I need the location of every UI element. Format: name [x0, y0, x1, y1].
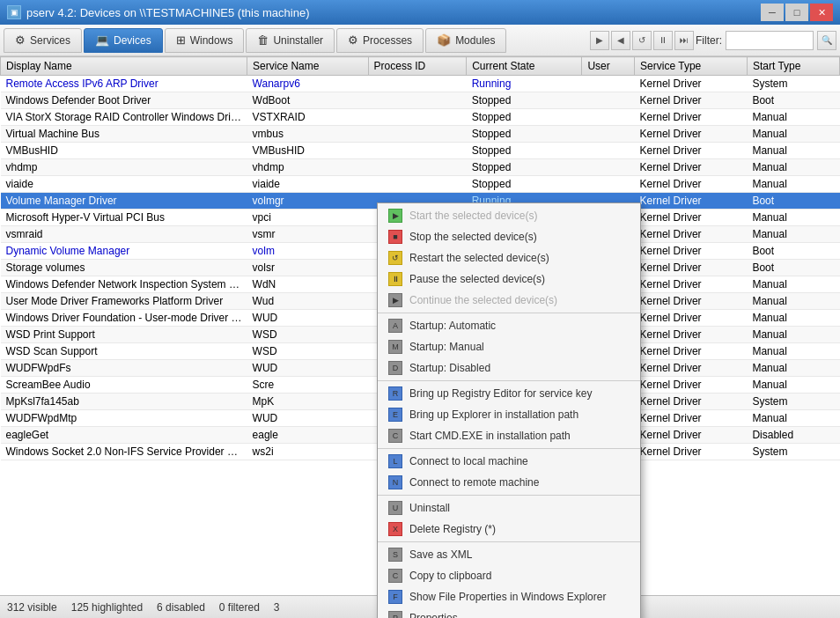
minimize-button[interactable]: ─ — [761, 4, 784, 21]
status-extra: 3 — [274, 601, 280, 614]
context-menu-label-registry: Bring up Registry Editor for service key — [409, 387, 592, 400]
context-menu-icon-local: L — [388, 454, 402, 468]
table-row[interactable]: Windows Defender Boot DriverWdBootStoppe… — [1, 92, 840, 109]
col-service-name[interactable]: Service Name — [247, 57, 369, 76]
col-service-type[interactable]: Service Type — [635, 57, 748, 76]
context-menu-icon-startup_manual: M — [388, 340, 402, 354]
table-row[interactable]: vhdmpvhdmpStoppedKernel DriverManual — [1, 159, 840, 176]
app-icon: ▣ — [7, 5, 21, 19]
context-menu-icon-pause: ⏸ — [388, 272, 402, 286]
context-menu-item-clipboard[interactable]: CCopy to clipboard — [378, 565, 640, 586]
filter-input[interactable] — [726, 31, 814, 50]
col-display-name[interactable]: Display Name — [1, 57, 247, 76]
context-menu-label-uninstall: Uninstall — [409, 502, 450, 514]
context-menu-label-remote: Connect to remote machine — [409, 476, 539, 489]
context-menu-label-local: Connect to local machine — [409, 455, 528, 467]
context-menu-item-continue: ▶Continue the selected device(s) — [378, 290, 640, 311]
context-menu-icon-uninstall: U — [388, 501, 402, 515]
context-menu-label-stop: Stop the selected device(s) — [409, 231, 537, 243]
table-row[interactable]: viaideviaideStoppedKernel DriverManual — [1, 176, 840, 193]
context-menu-icon-explorer: E — [388, 408, 402, 422]
status-highlighted: 125 highlighted — [71, 601, 143, 614]
context-menu-separator — [378, 313, 640, 313]
table-header-row: Display Name Service Name Process ID Cur… — [1, 57, 840, 76]
context-menu-label-delete_reg: Delete Registry (*) — [409, 523, 496, 535]
context-menu-item-local[interactable]: LConnect to local machine — [378, 451, 640, 472]
context-menu-item-start: ▶Start the selected device(s) — [378, 205, 640, 226]
context-menu-icon-restart: ↺ — [388, 251, 402, 265]
table-row[interactable]: VMBusHIDVMBusHIDStoppedKernel DriverManu… — [1, 143, 840, 159]
context-menu-label-cmd: Start CMD.EXE in installation path — [409, 430, 571, 442]
toolbar: ⚙ Services 💻 Devices ⊞ Windows 🗑 Uninsta… — [0, 25, 840, 56]
context-menu-label-startup_manual: Startup: Manual — [409, 341, 484, 353]
tab-uninstaller[interactable]: 🗑 Uninstaller — [246, 28, 335, 53]
play-button[interactable]: ▶ — [590, 31, 609, 50]
col-process-id[interactable]: Process ID — [368, 57, 467, 76]
tab-windows[interactable]: ⊞ Windows — [165, 28, 245, 53]
skip-button[interactable]: ⏭ — [674, 31, 694, 50]
context-menu-item-restart[interactable]: ↺Restart the selected device(s) — [378, 247, 640, 269]
context-menu-icon-start: ▶ — [388, 209, 402, 223]
context-menu-separator — [378, 380, 640, 381]
col-start-type[interactable]: Start Type — [747, 57, 839, 76]
close-button[interactable]: ✕ — [810, 4, 833, 21]
context-menu-item-save_xml[interactable]: SSave as XML — [378, 544, 640, 565]
context-menu-label-properties: Properties — [409, 612, 458, 618]
context-menu-item-pause[interactable]: ⏸Pause the selected device(s) — [378, 269, 640, 290]
col-current-state[interactable]: Current State — [467, 57, 582, 76]
context-menu-icon-startup_disabled: D — [388, 361, 402, 375]
loop-button[interactable]: ↺ — [632, 31, 652, 50]
context-menu-item-cmd[interactable]: CStart CMD.EXE in installation path — [378, 425, 640, 446]
context-menu-label-explorer: Bring up Explorer in installation path — [409, 408, 578, 421]
context-menu-item-startup_manual[interactable]: MStartup: Manual — [378, 336, 640, 357]
context-menu-icon-save_xml: S — [388, 548, 402, 562]
context-menu-label-save_xml: Save as XML — [409, 548, 472, 561]
context-menu-icon-file_props: F — [388, 590, 402, 604]
context-menu-icon-registry: R — [388, 386, 402, 401]
context-menu-item-stop[interactable]: ■Stop the selected device(s) — [378, 226, 640, 247]
tab-processes[interactable]: ⚙ Processes — [336, 28, 424, 53]
col-user[interactable]: User — [582, 57, 635, 76]
tab-devices[interactable]: 💻 Devices — [84, 28, 163, 53]
context-menu-label-restart: Restart the selected device(s) — [409, 252, 549, 264]
windows-icon: ⊞ — [176, 33, 186, 47]
context-menu-icon-properties: P — [388, 611, 402, 618]
tab-modules[interactable]: 📦 Modules — [425, 28, 506, 53]
table-row[interactable]: Virtual Machine BusvmbusStoppedKernel Dr… — [1, 126, 840, 143]
context-menu-label-file_props: Show File Properties in Windows Explorer — [409, 591, 606, 603]
context-menu-item-remote[interactable]: NConnect to remote machine — [378, 472, 640, 493]
status-visible: 312 visible — [7, 601, 57, 614]
context-menu: ▶Start the selected device(s)■Stop the s… — [377, 202, 641, 618]
filter-icon[interactable]: 🔍 — [817, 31, 836, 50]
modules-icon: 📦 — [437, 33, 451, 47]
context-menu-item-startup_disabled[interactable]: DStartup: Disabled — [378, 357, 640, 379]
pause-button[interactable]: ⏸ — [653, 31, 673, 50]
context-menu-label-continue: Continue the selected device(s) — [409, 294, 557, 306]
context-menu-item-properties[interactable]: PProperties — [378, 607, 640, 618]
context-menu-item-file_props[interactable]: FShow File Properties in Windows Explore… — [378, 586, 640, 607]
context-menu-icon-continue: ▶ — [388, 293, 402, 307]
back-button[interactable]: ◀ — [611, 31, 630, 50]
table-row[interactable]: Remote Access IPv6 ARP DriverWanarpv6Run… — [1, 76, 840, 92]
tab-services[interactable]: ⚙ Services — [4, 28, 82, 53]
uninstaller-icon: 🗑 — [257, 33, 269, 47]
context-menu-label-startup_disabled: Startup: Disabled — [409, 362, 490, 374]
processes-icon: ⚙ — [348, 33, 358, 47]
context-menu-item-delete_reg[interactable]: XDelete Registry (*) — [378, 519, 640, 540]
context-menu-label-clipboard: Copy to clipboard — [409, 570, 491, 582]
context-menu-item-explorer[interactable]: EBring up Explorer in installation path — [378, 404, 640, 425]
filter-label: Filter: — [696, 34, 722, 47]
table-row[interactable]: VIA StorX Storage RAID Controller Window… — [1, 109, 840, 126]
window-title: pserv 4.2: Devices on \\TESTMACHINE5 (th… — [26, 6, 310, 19]
context-menu-icon-stop: ■ — [388, 230, 402, 244]
context-menu-item-startup_auto[interactable]: AStartup: Automatic — [378, 315, 640, 336]
context-menu-item-uninstall[interactable]: UUninstall — [378, 497, 640, 519]
context-menu-separator — [378, 541, 640, 542]
maximize-button[interactable]: □ — [785, 4, 808, 21]
context-menu-item-registry[interactable]: RBring up Registry Editor for service ke… — [378, 383, 640, 404]
title-bar: ▣ pserv 4.2: Devices on \\TESTMACHINE5 (… — [0, 0, 840, 25]
context-menu-icon-remote: N — [388, 475, 402, 489]
context-menu-icon-startup_auto: A — [388, 319, 402, 333]
context-menu-separator — [378, 448, 640, 449]
context-menu-icon-delete_reg: X — [388, 522, 402, 536]
